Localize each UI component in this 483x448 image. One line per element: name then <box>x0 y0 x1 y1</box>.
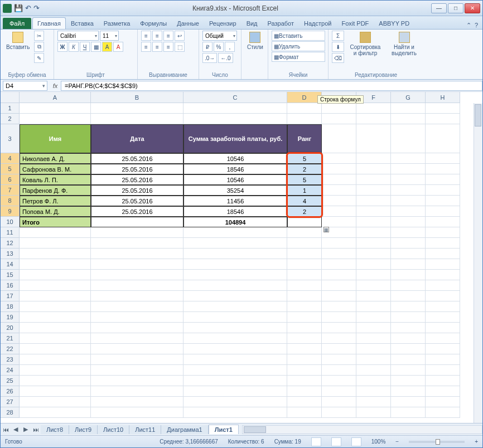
cell-date[interactable]: 25.05.2016 <box>91 196 183 206</box>
file-tab[interactable]: Файл <box>3 18 31 29</box>
row-header[interactable]: 20 <box>1 323 20 333</box>
sheet-nav-prev[interactable]: ◀ <box>11 425 21 435</box>
view-layout-button[interactable] <box>331 437 341 446</box>
row-header[interactable]: 9 <box>1 206 20 217</box>
sort-filter-button[interactable]: Сортировка и фильтр <box>346 31 384 57</box>
sheet-nav-last[interactable]: ⏭ <box>31 425 41 435</box>
cell-total-label[interactable]: Итого <box>20 217 91 227</box>
cell-rank[interactable]: 2 <box>287 164 322 174</box>
cell-sum[interactable]: 11456 <box>183 196 287 206</box>
sheet-nav-next[interactable]: ▶ <box>21 425 31 435</box>
col-header-a[interactable]: A <box>20 92 91 103</box>
tab-foxit[interactable]: Foxit PDF <box>336 17 374 29</box>
cell-date[interactable]: 25.05.2016 <box>91 185 183 196</box>
cell-rank[interactable]: 5 <box>287 153 322 164</box>
tab-data[interactable]: Данные <box>172 17 204 29</box>
row-header[interactable]: 17 <box>1 291 20 301</box>
underline-button[interactable]: Ч <box>80 42 90 52</box>
cell-date[interactable]: 25.05.2016 <box>91 206 183 217</box>
undo-button[interactable]: ↶ <box>25 4 31 12</box>
cut-button[interactable]: ✂ <box>34 31 44 41</box>
col-header-h[interactable]: H <box>426 92 460 103</box>
row-header[interactable]: 15 <box>1 270 20 280</box>
view-break-button[interactable] <box>351 437 361 446</box>
row-header[interactable]: 16 <box>1 280 20 291</box>
help-button[interactable]: ? <box>475 22 478 29</box>
table-header-name[interactable]: Имя <box>20 124 91 153</box>
font-color-button[interactable]: A <box>113 42 123 52</box>
cell-date[interactable]: 25.05.2016 <box>91 174 183 185</box>
tab-abbyy[interactable]: ABBYY PD <box>374 17 414 29</box>
styles-button[interactable]: Стили <box>245 31 265 51</box>
tab-insert[interactable]: Вставка <box>66 17 99 29</box>
cell-sum[interactable]: 18546 <box>183 164 287 174</box>
row-header[interactable]: 24 <box>1 365 20 376</box>
align-mid-button[interactable]: ≡ <box>152 31 162 41</box>
autosum-button[interactable]: Σ <box>332 31 344 41</box>
formula-input[interactable]: =РАНГ.РВ(C4;$C$4:$C$9) <box>61 81 482 91</box>
cell-rank[interactable]: 5 <box>287 174 322 185</box>
row-header[interactable]: 25 <box>1 376 20 386</box>
col-header-d[interactable]: D <box>287 92 322 103</box>
cell-name[interactable]: Николаев А. Д. <box>20 153 91 164</box>
cell-name[interactable]: Коваль Л. П. <box>20 174 91 185</box>
tab-review[interactable]: Рецензир <box>204 17 241 29</box>
tab-formulas[interactable]: Формулы <box>135 17 172 29</box>
row-header[interactable]: 2 <box>1 114 20 124</box>
italic-button[interactable]: К <box>69 42 79 52</box>
cell-name[interactable]: Парфенов Д. Ф. <box>20 185 91 196</box>
tab-home[interactable]: Главная <box>32 17 66 29</box>
row-header[interactable]: 5 <box>1 164 20 174</box>
currency-button[interactable]: ₽ <box>202 42 212 52</box>
col-header-b[interactable]: B <box>91 92 183 103</box>
fill-button[interactable]: ⬇ <box>332 42 344 52</box>
name-box[interactable]: D4 <box>3 81 47 91</box>
save-button[interactable]: 💾 <box>14 4 23 12</box>
row-header[interactable]: 13 <box>1 249 20 259</box>
sheet-tab[interactable]: Лист8 <box>41 425 69 434</box>
close-button[interactable]: ✕ <box>465 3 480 13</box>
tab-addins[interactable]: Надстрой <box>299 17 336 29</box>
format-painter-button[interactable]: ✎ <box>34 53 44 63</box>
clear-button[interactable]: ⌫ <box>332 53 344 63</box>
row-header[interactable]: 28 <box>1 407 20 418</box>
zoom-level[interactable]: 100% <box>371 439 386 445</box>
row-header[interactable]: 18 <box>1 301 20 312</box>
cell-name[interactable]: Попова М. Д. <box>20 206 91 217</box>
sheet-tab[interactable]: Лист9 <box>69 425 98 434</box>
find-select-button[interactable]: Найти и выделить <box>387 31 422 57</box>
wrap-text-button[interactable]: ↩ <box>175 31 185 41</box>
cell-rank[interactable]: 2 <box>287 206 322 217</box>
select-all-corner[interactable] <box>1 92 20 103</box>
merge-button[interactable]: ⬚ <box>175 42 185 52</box>
row-header[interactable]: 12 <box>1 238 20 249</box>
paste-button[interactable]: Вставить <box>4 31 32 51</box>
align-top-button[interactable]: ≡ <box>141 31 151 41</box>
sheet-tab[interactable]: Диаграмма1 <box>161 425 208 434</box>
row-header[interactable]: 3 <box>1 124 20 153</box>
row-header[interactable]: 26 <box>1 386 20 397</box>
row-header[interactable]: 22 <box>1 344 20 354</box>
bold-button[interactable]: Ж <box>57 42 67 52</box>
table-header-date[interactable]: Дата <box>91 124 183 153</box>
cell-total-sum[interactable]: 104894 <box>183 217 287 227</box>
row-header[interactable]: 19 <box>1 312 20 323</box>
cell-sum[interactable]: 35254 <box>183 185 287 196</box>
align-bot-button[interactable]: ≡ <box>163 31 173 41</box>
cell-rank[interactable]: 4 <box>287 196 322 206</box>
percent-button[interactable]: % <box>214 42 224 52</box>
sheet-tab[interactable]: Лист10 <box>98 425 129 434</box>
increase-decimal-button[interactable]: .0→ <box>202 53 217 63</box>
row-header[interactable]: 6 <box>1 174 20 185</box>
row-header[interactable]: 21 <box>1 333 20 344</box>
sheet-tab[interactable]: Лист11 <box>129 425 161 434</box>
row-header[interactable]: 7 <box>1 185 20 196</box>
row-header[interactable]: 8 <box>1 196 20 206</box>
row-header[interactable]: 10 <box>1 217 20 227</box>
cell-name[interactable]: Петров Ф. Л. <box>20 196 91 206</box>
horizontal-scrollbar[interactable] <box>242 425 482 434</box>
border-button[interactable]: ▦ <box>91 42 101 52</box>
font-size-combo[interactable]: 11 <box>100 31 119 41</box>
col-header-g[interactable]: G <box>391 92 426 103</box>
cell-sum[interactable]: 10546 <box>183 153 287 164</box>
